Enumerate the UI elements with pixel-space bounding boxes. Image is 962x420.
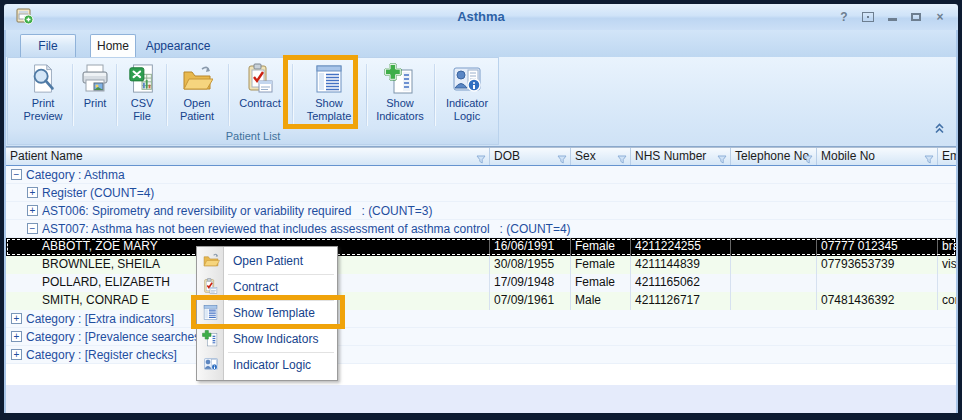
tree-row-label: Category : Asthma bbox=[26, 168, 125, 182]
tree-row-register[interactable]: + Register (COUNT=4) bbox=[6, 184, 956, 202]
column-label: Mobile No bbox=[821, 149, 875, 163]
cell-mobile: 07481436392 bbox=[817, 292, 938, 310]
filter-icon[interactable] bbox=[557, 152, 567, 165]
column-header-email[interactable]: Em bbox=[938, 148, 956, 165]
indicator-logic-button[interactable]: Indicator Logic bbox=[436, 61, 498, 129]
tree-row-ast006[interactable]: + AST006: Spirometry and reversibility o… bbox=[6, 202, 956, 220]
tab-appearance[interactable]: Appearance bbox=[140, 34, 216, 57]
patient-row[interactable]: BROWNLEE, SHEILA 30/08/1955 Female 42111… bbox=[6, 256, 956, 274]
column-header-nhs-number[interactable]: NHS Number bbox=[631, 148, 731, 165]
ribbon-separator bbox=[116, 64, 117, 126]
tree-row-category-extra-indicators[interactable]: + Category : [Extra indicators] bbox=[6, 310, 956, 328]
tree-row-label: Category : [Prevalence searches] bbox=[26, 330, 203, 344]
csv-file-icon bbox=[127, 61, 157, 95]
ribbon: Print Preview Print bbox=[6, 57, 956, 147]
expand-toggle-icon[interactable]: + bbox=[27, 205, 38, 216]
cell-sex: Male bbox=[571, 292, 631, 310]
print-button[interactable]: Print bbox=[74, 61, 116, 129]
cell-telephone bbox=[731, 274, 817, 292]
annotation-highlight-show-template-menu bbox=[191, 295, 345, 329]
filter-icon[interactable] bbox=[803, 152, 813, 165]
indicator-logic-icon bbox=[451, 61, 483, 95]
ribbon-group-caption: Patient List bbox=[8, 129, 498, 144]
button-label: CSV bbox=[131, 97, 154, 109]
ribbon-separator bbox=[72, 64, 73, 126]
title-bar[interactable]: Asthma ? × bbox=[4, 4, 958, 30]
patient-row[interactable]: POLLARD, ELIZABETH 17/09/1948 Female 421… bbox=[6, 274, 956, 292]
cell-email: bra bbox=[938, 238, 956, 256]
column-label: Sex bbox=[575, 149, 596, 163]
cell-telephone bbox=[731, 292, 817, 310]
column-label: Patient Name bbox=[10, 149, 83, 163]
button-label: Indicator bbox=[446, 97, 488, 109]
cell-nhs-number: 4211126717 bbox=[631, 292, 731, 310]
button-label: Patient bbox=[180, 110, 214, 122]
cell-dob: 16/06/1991 bbox=[490, 238, 571, 256]
show-indicators-icon bbox=[384, 61, 416, 95]
collapse-toggle-icon[interactable]: − bbox=[11, 169, 22, 180]
tab-home[interactable]: Home bbox=[90, 34, 136, 57]
expand-toggle-icon[interactable]: + bbox=[11, 313, 22, 324]
menu-item-open-patient[interactable]: Open Patient bbox=[197, 248, 337, 274]
button-label: File bbox=[133, 110, 151, 122]
menu-item-label: Contract bbox=[233, 280, 278, 294]
fullscreen-icon[interactable] bbox=[860, 9, 876, 24]
tree-row-label: AST006: Spirometry and reversibility or … bbox=[42, 204, 432, 218]
cell-dob: 07/09/1961 bbox=[490, 292, 571, 310]
ribbon-separator bbox=[228, 64, 229, 126]
filter-icon[interactable] bbox=[717, 152, 727, 165]
tree-row-category-prevalence-searches[interactable]: + Category : [Prevalence searches] bbox=[6, 328, 956, 346]
tree-row-category-register-checks[interactable]: + Category : [Register checks] bbox=[6, 346, 956, 364]
ribbon-separator bbox=[166, 64, 167, 126]
menu-item-label: Indicator Logic bbox=[233, 358, 311, 372]
window-right-edge bbox=[956, 30, 958, 413]
open-patient-button[interactable]: Open Patient bbox=[168, 61, 226, 129]
help-icon[interactable]: ? bbox=[836, 9, 852, 24]
patient-row-selected[interactable]: ABBOTT, ZOE MARY 16/06/1991 Female 42112… bbox=[6, 238, 956, 256]
column-header-patient-name[interactable]: Patient Name bbox=[6, 148, 490, 165]
filter-icon[interactable] bbox=[476, 152, 486, 165]
column-header-dob[interactable]: DOB bbox=[490, 148, 571, 165]
print-preview-icon bbox=[28, 61, 58, 95]
show-indicators-button[interactable]: Show Indicators bbox=[368, 61, 432, 129]
patient-list-grid: Patient Name DOB Sex NHS Number Telephon… bbox=[6, 147, 956, 413]
filter-icon[interactable] bbox=[924, 152, 934, 165]
menu-item-indicator-logic[interactable]: Indicator Logic bbox=[197, 352, 337, 378]
collapse-ribbon-icon[interactable] bbox=[933, 120, 946, 138]
menu-item-label: Open Patient bbox=[233, 254, 303, 268]
button-label: Preview bbox=[23, 110, 62, 122]
expand-toggle-icon[interactable]: + bbox=[11, 349, 22, 360]
tree-row-ast007[interactable]: − AST007: Asthma has not been reviewed t… bbox=[6, 220, 956, 238]
expand-toggle-icon[interactable]: + bbox=[11, 331, 22, 342]
column-header-telephone-no[interactable]: Telephone No bbox=[731, 148, 817, 165]
cell-telephone bbox=[731, 256, 817, 274]
cell-mobile: 07777 012345 bbox=[817, 238, 938, 256]
minimize-icon[interactable] bbox=[884, 9, 900, 24]
tree-row-category-asthma[interactable]: − Category : Asthma bbox=[6, 166, 956, 184]
ribbon-separator bbox=[434, 64, 435, 126]
indicator-logic-icon bbox=[202, 356, 220, 376]
menu-item-show-indicators[interactable]: Show Indicators bbox=[197, 326, 337, 352]
collapse-toggle-icon[interactable]: − bbox=[27, 223, 38, 234]
grid-header: Patient Name DOB Sex NHS Number Telephon… bbox=[6, 147, 956, 166]
print-icon bbox=[79, 61, 111, 95]
close-icon[interactable]: × bbox=[932, 9, 948, 24]
tab-file[interactable]: File bbox=[20, 34, 76, 57]
tree-row-label: Category : [Extra indicators] bbox=[26, 312, 174, 326]
application-window: Asthma ? × File Home Appearance bbox=[0, 0, 962, 420]
filter-icon[interactable] bbox=[617, 152, 627, 165]
button-label: Contract bbox=[239, 97, 281, 109]
csv-file-button[interactable]: CSV File bbox=[118, 61, 166, 129]
cell-dob: 30/08/1955 bbox=[490, 256, 571, 274]
maximize-icon[interactable] bbox=[908, 9, 924, 24]
column-header-mobile-no[interactable]: Mobile No bbox=[817, 148, 938, 165]
patient-row[interactable]: SMITH, CONRAD E 07/09/1961 Male 42111267… bbox=[6, 292, 956, 310]
contract-button[interactable]: Contract bbox=[230, 61, 290, 129]
column-label: Em bbox=[942, 149, 956, 163]
column-header-sex[interactable]: Sex bbox=[571, 148, 631, 165]
expand-toggle-icon[interactable]: + bbox=[27, 187, 38, 198]
print-preview-button[interactable]: Print Preview bbox=[16, 61, 70, 129]
annotation-highlight-show-template-ribbon bbox=[283, 55, 358, 129]
tree-row-label: Category : [Register checks] bbox=[26, 348, 177, 362]
cell-nhs-number: 4211224255 bbox=[631, 238, 731, 256]
